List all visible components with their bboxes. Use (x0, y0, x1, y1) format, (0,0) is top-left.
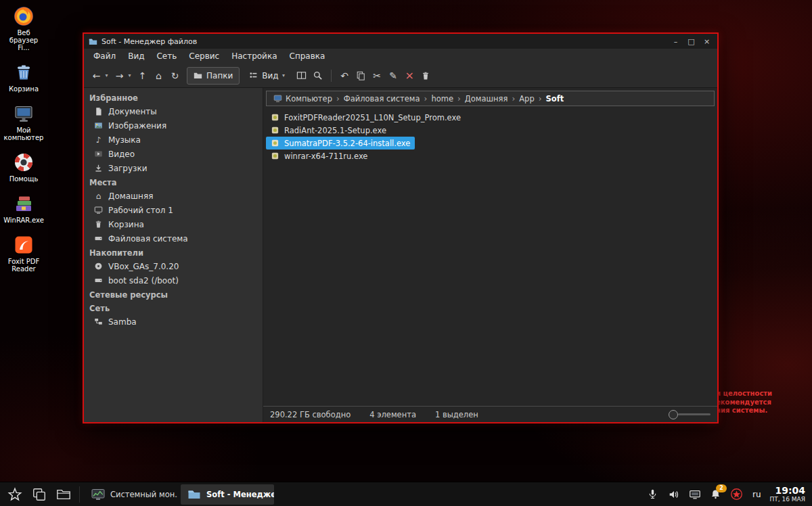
menu-file[interactable]: Файл (87, 49, 122, 63)
sidebar-item-boot-partition[interactable]: boot sda2 (/boot) (84, 273, 263, 288)
breadcrumb-home[interactable]: home (428, 93, 457, 104)
search-button[interactable] (311, 68, 325, 84)
sidebar-item-downloads[interactable]: Загрузки (84, 161, 263, 175)
copy-button[interactable] (354, 68, 368, 84)
forward-history-dropdown[interactable]: ▾ (126, 68, 133, 84)
file-row[interactable]: RadiAnt-2025.1-Setup.exe (266, 124, 391, 137)
sidebar-item-music[interactable]: ♪ Музыка (84, 133, 263, 147)
winrar-icon (13, 193, 35, 214)
reload-button[interactable]: ↻ (168, 68, 182, 84)
sidebar-item-samba[interactable]: Samba (84, 315, 263, 329)
home-button[interactable]: ⌂ (152, 68, 166, 84)
window-title: Soft - Менеджер файлов (102, 37, 197, 46)
menu-network[interactable]: Сеть (150, 49, 183, 63)
breadcrumb-filesystem[interactable]: Файловая система (340, 93, 424, 104)
document-icon (94, 107, 103, 116)
optical-disc-icon (94, 262, 103, 271)
notifications-bell-icon[interactable]: 2 (709, 488, 723, 501)
installer-file-icon (271, 152, 279, 160)
desktop-icon-trash[interactable]: Корзина (1, 62, 46, 93)
undo-button[interactable]: ↶ (338, 68, 352, 84)
microphone-icon[interactable] (646, 488, 660, 501)
cut-button[interactable]: ✂ (370, 68, 384, 84)
sidebar-section-places: Места (84, 175, 263, 189)
sidebar-item-filesystem[interactable]: Файловая система (84, 231, 263, 246)
file-manager-window: Soft - Менеджер файлов – □ × Файл Вид Се… (83, 32, 719, 423)
clock[interactable]: 19:04 ПТ, 16 МАЯ (770, 485, 805, 503)
desktop-icon-label: WinRAR.exe (3, 216, 44, 224)
app-menu-button[interactable] (4, 484, 26, 505)
breadcrumb-soft[interactable]: Soft (543, 93, 568, 104)
taskbar-divider (79, 486, 80, 503)
clock-time: 19:04 (770, 485, 805, 496)
desktop-icon-help[interactable]: Помощь (1, 152, 46, 183)
sidebar-item-pictures[interactable]: Изображения (84, 118, 263, 133)
split-view-button[interactable] (294, 68, 309, 84)
menubar: Файл Вид Сеть Сервис Настройка Справка (84, 49, 717, 64)
folder-task-icon (187, 488, 201, 501)
back-history-dropdown[interactable]: ▾ (103, 68, 110, 84)
display-settings-icon[interactable] (688, 488, 702, 501)
folder-icon (194, 71, 202, 80)
file-row-selected[interactable]: SumatraPDF-3.5.2-64-install.exe (266, 137, 415, 150)
list-view-icon (249, 71, 258, 80)
desktop: Веб браузер Fi... Корзина Мой компьютер … (0, 0, 812, 506)
desktop-icon-winrar[interactable]: WinRAR.exe (1, 193, 46, 224)
sidebar-item-desktop[interactable]: Рабочий стол 1 (84, 203, 263, 217)
menu-settings[interactable]: Настройка (225, 49, 283, 63)
sidebar-section-network-resources: Сетевые ресурсы (84, 288, 263, 301)
desktop-icon-firefox[interactable]: Веб браузер Fi... (1, 5, 46, 51)
up-button[interactable]: ↑ (135, 68, 150, 84)
trash-button[interactable] (419, 68, 433, 84)
sidebar-section-favorites: Избранное (84, 91, 263, 104)
desktop-icon-label: Корзина (9, 85, 39, 93)
menu-help[interactable]: Справка (284, 49, 332, 63)
breadcrumb-app[interactable]: App (516, 93, 537, 104)
drive-icon (94, 234, 103, 243)
trash-icon (13, 62, 35, 83)
desktop-icon-label: Веб браузер Fi... (3, 29, 45, 51)
computer-small-icon (273, 94, 282, 103)
zoom-slider[interactable] (669, 410, 710, 419)
breadcrumb-user-home[interactable]: Домашняя (461, 93, 512, 104)
sidebar-section-network: Сеть (84, 301, 263, 315)
sidebar-item-vbox-cd[interactable]: VBox_GAs_7.0.20 (84, 259, 263, 273)
maximize-button[interactable]: □ (685, 37, 697, 47)
task-system-monitor[interactable]: Системный мон... (85, 484, 178, 505)
show-windows-button[interactable] (28, 484, 50, 505)
delete-button[interactable]: × (403, 68, 417, 84)
view-selector-button[interactable]: Вид ▾ (244, 68, 292, 84)
volume-icon[interactable] (667, 488, 681, 501)
window-titlebar[interactable]: Soft - Менеджер файлов – □ × (84, 34, 717, 49)
file-row[interactable]: FoxitPDFReader20251_L10N_Setup_Prom.exe (266, 111, 466, 124)
crumb-separator-icon: › (511, 94, 516, 104)
rename-button[interactable]: ✎ (386, 68, 401, 84)
file-row[interactable]: winrar-x64-711ru.exe (266, 150, 372, 162)
minimize-button[interactable]: – (670, 37, 681, 47)
forward-button[interactable]: → (112, 68, 127, 84)
file-manager-launcher[interactable] (53, 484, 74, 505)
task-file-manager[interactable]: Soft - Менедже... (181, 484, 274, 505)
breadcrumb-computer[interactable]: Компьютер (270, 93, 336, 104)
desktop-icon-my-computer[interactable]: Мой компьютер (1, 103, 46, 141)
sidebar-item-documents[interactable]: Документы (84, 104, 263, 118)
zoom-slider-track[interactable] (678, 413, 710, 415)
main-pane: Компьютер › Файловая система › home › До… (263, 88, 717, 422)
installer-file-icon (271, 139, 279, 147)
sidebar-item-home[interactable]: ⌂ Домашняя (84, 189, 263, 203)
close-button[interactable]: × (701, 37, 713, 47)
folders-toggle-button[interactable]: Папки (187, 67, 240, 85)
menu-service[interactable]: Сервис (183, 49, 225, 63)
back-button[interactable]: ← (89, 68, 104, 84)
updates-star-icon[interactable] (730, 488, 744, 501)
video-icon (94, 150, 103, 158)
items-count-label: 4 элемента (369, 410, 416, 419)
clock-date: ПТ, 16 МАЯ (770, 496, 805, 503)
desktop-icon-foxit[interactable]: Foxit PDF Reader (1, 234, 46, 273)
sidebar-item-videos[interactable]: Видео (84, 147, 263, 161)
keyboard-layout-indicator[interactable]: ru (751, 490, 763, 499)
menu-view[interactable]: Вид (122, 49, 150, 63)
sidebar-item-trash[interactable]: Корзина (84, 217, 263, 231)
lifebuoy-icon (13, 152, 35, 173)
zoom-slider-knob[interactable] (669, 410, 678, 419)
